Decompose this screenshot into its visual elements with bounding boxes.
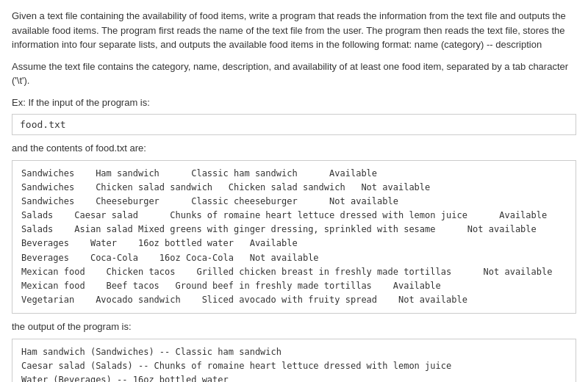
output-line: Caesar salad (Salads) -- Chunks of romai… (21, 359, 567, 373)
output-label: the output of the program is: (12, 320, 576, 334)
description-para3: Ex: If the input of the program is: (12, 96, 576, 110)
food-line: Mexican food Beef tacos Ground beef in f… (21, 279, 567, 293)
food-line: Sandwiches Ham sandwich Classic ham sand… (21, 167, 567, 181)
food-line: Beverages Water 16oz bottled water Avail… (21, 237, 567, 251)
food-line: Salads Caesar salad Chunks of romaine he… (21, 209, 567, 223)
food-contents-box: Sandwiches Ham sandwich Classic ham sand… (12, 160, 576, 314)
food-line: Sandwiches Chicken salad sandwich Chicke… (21, 181, 567, 195)
food-line: Salads Asian salad Mixed greens with gin… (21, 223, 567, 237)
food-line: Vegetarian Avocado sandwich Sliced avoca… (21, 293, 567, 307)
description-para1: Given a text file containing the availab… (12, 9, 576, 52)
input-box: food.txt (12, 114, 576, 135)
output-line: Ham sandwich (Sandwiches) -- Classic ham… (21, 345, 567, 359)
description-para2: Assume the text file contains the catego… (12, 60, 576, 88)
food-line: Beverages Coca-Cola 16oz Coca-Cola Not a… (21, 251, 567, 265)
food-contents-label: and the contents of food.txt are: (12, 141, 576, 156)
food-line: Sandwiches Cheeseburger Classic cheesebu… (21, 195, 567, 209)
output-contents-box: Ham sandwich (Sandwiches) -- Classic ham… (12, 339, 576, 382)
output-line: Water (Beverages) -- 16oz bottled water (21, 373, 567, 382)
food-line: Mexican food Chicken tacos Grilled chick… (21, 265, 567, 279)
